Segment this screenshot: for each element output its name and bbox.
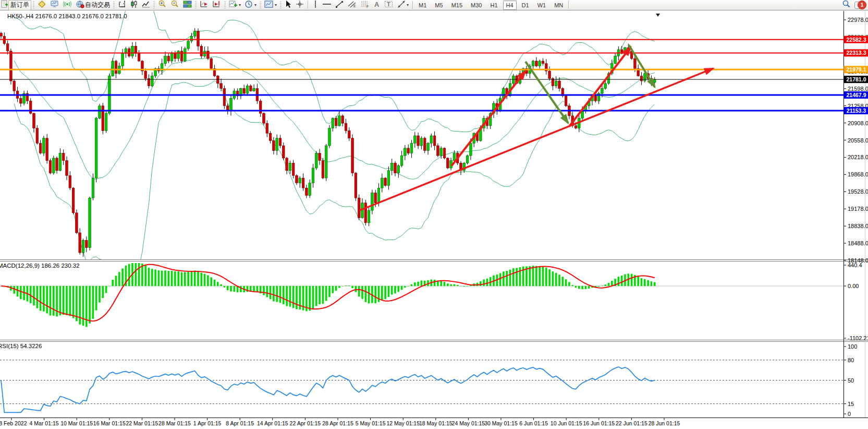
candle — [220, 84, 223, 89]
candle — [447, 158, 449, 168]
fibonacci-tool[interactable]: F — [359, 1, 371, 10]
candle — [102, 106, 104, 131]
timeframe-button-M1[interactable]: M1 — [415, 1, 430, 10]
candle — [390, 163, 393, 170]
candle — [39, 143, 42, 153]
candle — [427, 143, 430, 150]
time-scale[interactable] — [0, 418, 868, 429]
candle — [62, 153, 65, 160]
auto-scroll-button[interactable] — [198, 1, 210, 10]
candle — [128, 49, 130, 56]
candle — [131, 46, 134, 56]
candle — [634, 58, 637, 68]
candle — [138, 54, 140, 61]
autotrading-button[interactable]: 自动交易 — [74, 1, 112, 10]
price-scale[interactable] — [843, 11, 868, 418]
timeframe-button-H4[interactable]: H4 — [503, 1, 517, 10]
candle — [400, 156, 403, 165]
candle — [614, 56, 617, 63]
bar-chart-button[interactable] — [116, 1, 128, 10]
candle — [85, 240, 88, 247]
candle — [207, 51, 210, 58]
candle — [121, 54, 124, 66]
timeframe-button-M15[interactable]: M15 — [448, 1, 466, 10]
candles-chart-button[interactable] — [128, 1, 140, 10]
fibonacci-icon: F — [360, 0, 370, 10]
chart-title: HK50-,H4 21676.0 21843.0 21676.0 21781.0 — [7, 13, 127, 19]
timeframe-button-W1[interactable]: W1 — [534, 1, 549, 10]
timeframe-button-H1[interactable]: H1 — [487, 1, 500, 10]
templates-button[interactable]: ▾ — [263, 1, 278, 10]
horizontal-line-tool[interactable] — [321, 1, 333, 10]
data-window-button[interactable] — [48, 1, 61, 10]
periods-icon — [244, 0, 253, 10]
signals-button[interactable] — [62, 1, 74, 10]
candles-chart-icon — [130, 0, 138, 10]
search-button[interactable] — [840, 1, 852, 10]
timeframe-button-M30[interactable]: M30 — [468, 1, 485, 10]
zoom-in-icon — [158, 0, 167, 10]
text-tool[interactable]: A — [372, 1, 382, 10]
cursor-icon — [285, 0, 292, 10]
candle — [328, 128, 331, 146]
arrows-tool[interactable]: ▾ — [396, 1, 410, 10]
candle — [358, 198, 360, 218]
candle — [223, 88, 226, 105]
candle — [394, 163, 397, 173]
timeframe-button-M5[interactable]: M5 — [432, 1, 446, 10]
candle — [53, 158, 55, 173]
timeframe-button-MN[interactable]: MN — [551, 1, 566, 10]
candle — [174, 54, 177, 59]
tile-windows-button[interactable] — [181, 1, 193, 10]
trendline-tool[interactable] — [334, 1, 345, 10]
market-watch-button[interactable] — [36, 1, 48, 10]
candle — [210, 58, 213, 68]
crosshair-button[interactable] — [294, 1, 305, 10]
candle — [99, 106, 101, 118]
candle — [79, 233, 81, 253]
candle — [351, 138, 354, 173]
line-chart-button[interactable] — [140, 1, 152, 10]
chart-shift-button[interactable] — [211, 1, 223, 10]
zoom-in-button[interactable] — [156, 1, 168, 10]
candle — [322, 161, 324, 178]
notification-badge[interactable]: 1 — [858, 1, 866, 9]
candle — [164, 56, 167, 63]
svg-text:F: F — [366, 5, 369, 8]
equidistant-channel-tool[interactable]: E — [346, 1, 358, 10]
candle — [430, 136, 433, 143]
arrows-icon — [397, 0, 406, 10]
vertical-line-tool[interactable] — [311, 1, 320, 10]
line-chart-icon — [142, 0, 150, 10]
candle — [46, 138, 48, 161]
candle — [437, 146, 439, 156]
candle — [273, 141, 275, 151]
candle — [387, 171, 390, 186]
candle — [371, 193, 374, 210]
candle — [299, 178, 301, 183]
zoom-out-button[interactable] — [169, 1, 181, 10]
new-order-button[interactable]: 新订单 — [8, 0, 31, 10]
chart-canvas[interactable]: 22978.022638.022288.021948.021598.021258… — [0, 0, 868, 429]
periods-button[interactable]: ▾ — [243, 1, 258, 10]
indicators-button[interactable]: ▾ — [227, 1, 242, 10]
macd-indicator-label: MACD(12,26,9) 186.26 230.32 — [0, 263, 80, 269]
zoom-out-icon — [170, 0, 179, 10]
candle — [89, 198, 91, 247]
candle — [151, 76, 154, 86]
indicators-icon — [229, 0, 238, 10]
candle — [374, 193, 377, 203]
timeframe-button-D1[interactable]: D1 — [519, 1, 532, 10]
candle — [190, 36, 193, 41]
text-label-tool[interactable]: T — [383, 1, 395, 10]
candle — [565, 96, 567, 106]
candle — [601, 88, 604, 93]
cursor-button[interactable] — [283, 1, 294, 10]
candle — [29, 101, 32, 113]
mt4-terminal-window: 22978.022638.022288.021948.021598.021258… — [0, 0, 868, 429]
svg-text:T: T — [387, 1, 390, 7]
candle — [532, 61, 534, 66]
candle — [443, 148, 446, 158]
candle — [95, 118, 97, 178]
candle — [325, 146, 327, 178]
